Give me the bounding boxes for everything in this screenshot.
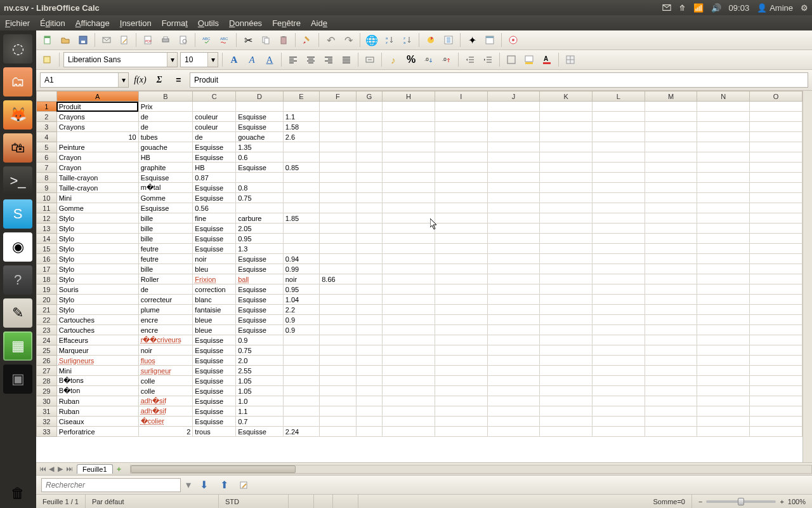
- cell[interactable]: [592, 213, 645, 224]
- cell[interactable]: Esquisse: [193, 142, 236, 152]
- menu-file[interactable]: Fichier: [5, 18, 30, 28]
- cell[interactable]: [645, 325, 697, 335]
- tab-next-button[interactable]: ▶: [56, 465, 64, 473]
- cell[interactable]: [283, 356, 319, 366]
- menu-data[interactable]: Données: [229, 18, 262, 28]
- cell[interactable]: [697, 244, 750, 254]
- cell[interactable]: [540, 284, 593, 295]
- cell[interactable]: [383, 244, 435, 254]
- cell[interactable]: [645, 112, 697, 122]
- cell[interactable]: [435, 183, 487, 193]
- cell[interactable]: [320, 224, 356, 234]
- cell[interactable]: [540, 234, 593, 244]
- cell[interactable]: 0.7: [236, 417, 284, 427]
- cell[interactable]: [435, 427, 487, 437]
- cell[interactable]: [383, 224, 435, 234]
- col-header[interactable]: C: [193, 91, 236, 102]
- cell[interactable]: [283, 203, 319, 213]
- cell[interactable]: [592, 376, 645, 386]
- cell[interactable]: 1.0: [236, 396, 284, 406]
- cell[interactable]: [750, 386, 802, 396]
- cell[interactable]: HB: [138, 152, 193, 163]
- cell[interactable]: Crayons: [56, 112, 138, 122]
- cell[interactable]: Esquisse: [236, 264, 284, 274]
- cell[interactable]: [356, 406, 382, 417]
- cell[interactable]: [645, 193, 697, 203]
- status-page-style[interactable]: Par défaut: [86, 495, 219, 508]
- cell[interactable]: [356, 142, 382, 152]
- cell[interactable]: surligneur: [138, 366, 193, 376]
- row-header[interactable]: 8: [37, 173, 57, 183]
- cell[interactable]: Ruban: [56, 406, 138, 417]
- cell[interactable]: [356, 254, 382, 264]
- cell[interactable]: [435, 284, 487, 295]
- cell[interactable]: [487, 122, 540, 132]
- row-header[interactable]: 6: [37, 152, 57, 163]
- cell[interactable]: [435, 366, 487, 376]
- cell[interactable]: [750, 396, 802, 406]
- cell[interactable]: [383, 142, 435, 152]
- zoom-control[interactable]: −+ 100%: [692, 498, 812, 505]
- cell[interactable]: [356, 376, 382, 386]
- cell[interactable]: [697, 274, 750, 284]
- cell[interactable]: fine: [193, 213, 236, 224]
- row-header[interactable]: 2: [37, 112, 57, 122]
- datasources-button[interactable]: [482, 32, 497, 48]
- cell[interactable]: feutre: [138, 254, 193, 264]
- cell[interactable]: Esquisse: [193, 345, 236, 356]
- cell[interactable]: [540, 254, 593, 264]
- function-wizard-button[interactable]: f(x): [133, 72, 148, 88]
- cell[interactable]: [383, 356, 435, 366]
- cell[interactable]: [540, 295, 593, 305]
- percent-button[interactable]: %: [403, 52, 419, 67]
- cell[interactable]: bleue: [193, 315, 236, 325]
- cell[interactable]: [750, 132, 802, 142]
- cell[interactable]: [645, 366, 697, 376]
- row-header[interactable]: 23: [37, 325, 57, 335]
- cell[interactable]: [320, 376, 356, 386]
- cell[interactable]: [592, 132, 645, 142]
- cell[interactable]: [356, 132, 382, 142]
- currency-button[interactable]: ♪: [386, 52, 401, 67]
- copy-button[interactable]: [258, 32, 273, 48]
- files-icon[interactable]: 🗂: [3, 67, 32, 97]
- cell[interactable]: [487, 396, 540, 406]
- cell[interactable]: [487, 325, 540, 335]
- cell[interactable]: [592, 122, 645, 132]
- cell[interactable]: 1.1: [283, 112, 319, 122]
- cell[interactable]: feutre: [138, 244, 193, 254]
- cell[interactable]: Frixion: [193, 274, 236, 284]
- cell[interactable]: [540, 213, 593, 224]
- clock[interactable]: 09:03: [725, 3, 754, 13]
- row-header[interactable]: 7: [37, 163, 57, 173]
- cell[interactable]: Stylo: [56, 254, 138, 264]
- cell[interactable]: [645, 234, 697, 244]
- cell[interactable]: 0.95: [236, 234, 284, 244]
- grid-lines-button[interactable]: [563, 52, 578, 67]
- cell[interactable]: [236, 203, 284, 213]
- cell[interactable]: [645, 244, 697, 254]
- cell[interactable]: [320, 152, 356, 163]
- borders-button[interactable]: [504, 52, 519, 67]
- cell[interactable]: [697, 345, 750, 356]
- cell[interactable]: [283, 244, 319, 254]
- cell[interactable]: [320, 315, 356, 325]
- cell[interactable]: r��criveurs: [138, 335, 193, 345]
- cell[interactable]: couleur: [193, 112, 236, 122]
- cell[interactable]: Esquisse: [193, 335, 236, 345]
- cell[interactable]: blanc: [193, 295, 236, 305]
- cell[interactable]: [320, 254, 356, 264]
- cell[interactable]: [383, 203, 435, 213]
- cell[interactable]: [697, 427, 750, 437]
- row-header[interactable]: 1: [37, 102, 57, 112]
- cell[interactable]: Esquisse: [236, 325, 284, 335]
- cell[interactable]: [540, 356, 593, 366]
- cell[interactable]: [540, 224, 593, 234]
- cell[interactable]: Stylo: [56, 244, 138, 254]
- cell[interactable]: [356, 427, 382, 437]
- cell[interactable]: [697, 193, 750, 203]
- cell[interactable]: [487, 284, 540, 295]
- cell[interactable]: [356, 163, 382, 173]
- add-decimal-button[interactable]: .0: [421, 52, 436, 67]
- row-header[interactable]: 31: [37, 406, 57, 417]
